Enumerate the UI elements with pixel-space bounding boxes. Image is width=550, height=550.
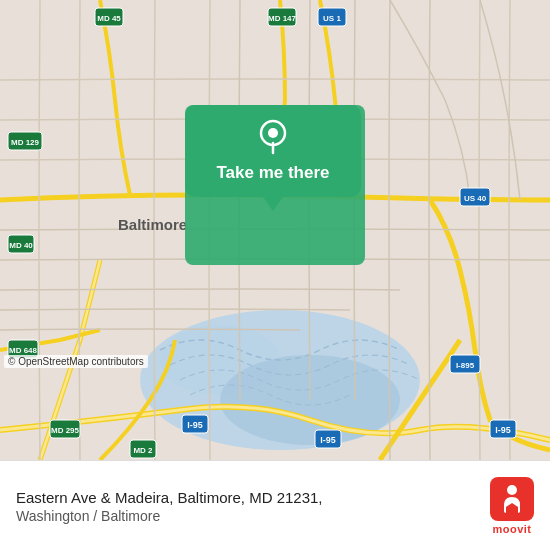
svg-text:MD 129: MD 129 — [11, 138, 40, 147]
moovit-label: moovit — [492, 523, 531, 535]
svg-point-33 — [268, 128, 278, 138]
svg-text:MD 40: MD 40 — [9, 241, 33, 250]
location-pin-icon — [255, 119, 291, 155]
svg-text:Baltimore: Baltimore — [118, 216, 187, 233]
svg-text:MD 2: MD 2 — [133, 446, 153, 455]
svg-text:I-895: I-895 — [456, 361, 475, 370]
svg-text:MD 295: MD 295 — [51, 426, 80, 435]
svg-text:US 1: US 1 — [323, 14, 341, 23]
svg-text:MD 45: MD 45 — [97, 14, 121, 23]
map-container: I-95 I-895 MD 295 US 40 MD 45 MD 147 US … — [0, 0, 550, 460]
svg-text:MD 648: MD 648 — [9, 346, 38, 355]
info-bar: Eastern Ave & Madeira, Baltimore, MD 212… — [0, 460, 550, 550]
svg-text:I-95: I-95 — [320, 435, 336, 445]
osm-attribution: © OpenStreetMap contributors — [4, 355, 148, 368]
address-line2: Washington / Baltimore — [16, 508, 490, 524]
info-text-block: Eastern Ave & Madeira, Baltimore, MD 212… — [16, 487, 490, 524]
svg-text:I-95: I-95 — [495, 425, 511, 435]
popup-box[interactable]: Take me there — [185, 105, 361, 197]
take-me-there-button[interactable]: Take me there — [216, 163, 329, 183]
svg-text:MD 147: MD 147 — [268, 14, 297, 23]
map-svg: I-95 I-895 MD 295 US 40 MD 45 MD 147 US … — [0, 0, 550, 460]
svg-text:US 40: US 40 — [464, 194, 487, 203]
popup-container[interactable]: Take me there — [185, 105, 361, 211]
popup-arrow — [263, 197, 283, 211]
svg-text:I-95: I-95 — [187, 420, 203, 430]
svg-point-35 — [507, 485, 517, 495]
address-line1: Eastern Ave & Madeira, Baltimore, MD 212… — [16, 487, 490, 508]
moovit-logo-icon — [490, 477, 534, 521]
moovit-logo: moovit — [490, 477, 534, 535]
